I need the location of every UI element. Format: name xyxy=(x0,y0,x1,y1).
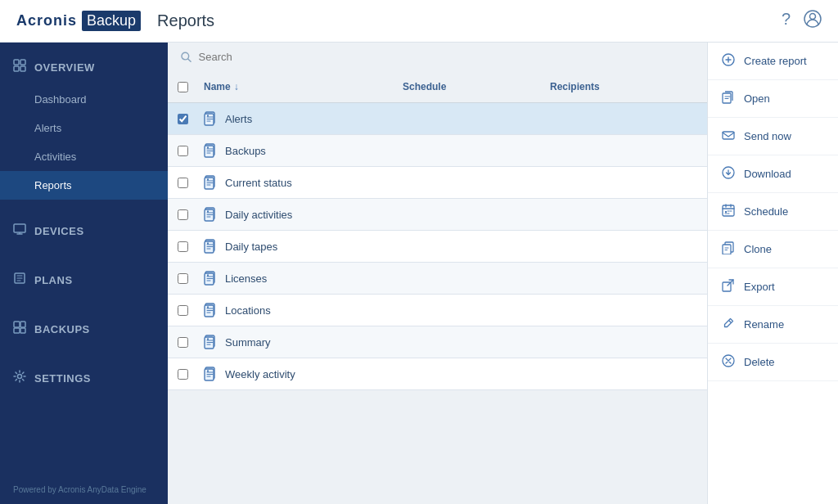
column-recipients: Recipients xyxy=(543,78,707,96)
row-checkbox-cell[interactable] xyxy=(168,329,197,356)
row-name: Weekly activity xyxy=(197,358,396,389)
report-icon xyxy=(204,335,219,349)
header: Acronis Backup Reports ? xyxy=(0,0,838,43)
sidebar-group-overview[interactable]: OVERVIEW xyxy=(0,49,168,85)
svg-rect-10 xyxy=(20,322,25,327)
sort-arrow-icon: ↓ xyxy=(234,81,239,92)
row-recipients xyxy=(543,238,707,254)
user-icon[interactable] xyxy=(804,10,822,32)
table-row[interactable]: Summary xyxy=(168,326,707,358)
row-checkbox-cell[interactable] xyxy=(168,106,197,133)
logo-acronis: Acronis xyxy=(16,12,77,29)
export-icon xyxy=(721,279,736,295)
reports-table: Name ↓ Schedule Recipients xyxy=(168,71,707,504)
row-schedule xyxy=(396,142,543,159)
row-recipients xyxy=(543,174,707,191)
table-row[interactable]: Alerts xyxy=(168,103,707,135)
row-recipients xyxy=(543,302,707,318)
table-row[interactable]: Backups xyxy=(168,135,707,167)
action-schedule[interactable]: Schedule xyxy=(708,193,838,231)
report-icon xyxy=(204,271,219,286)
action-label: Export xyxy=(744,281,775,293)
action-open[interactable]: Open xyxy=(708,80,838,118)
table-row[interactable]: Weekly activity xyxy=(168,358,707,390)
devices-label: DEVICES xyxy=(34,225,84,237)
sidebar-item-reports[interactable]: Reports xyxy=(0,171,168,200)
plans-label: PLANS xyxy=(34,274,73,286)
svg-rect-3 xyxy=(20,60,25,65)
row-checkbox-cell[interactable] xyxy=(168,265,197,292)
action-send-now[interactable]: Send now xyxy=(708,118,838,155)
sidebar-group-devices[interactable]: DEVICES xyxy=(0,213,168,249)
row-checkbox-cell[interactable] xyxy=(168,201,197,228)
sidebar-item-dashboard[interactable]: Dashboard xyxy=(0,85,168,114)
row-schedule xyxy=(396,206,543,223)
row-checkbox-cell[interactable] xyxy=(168,137,197,164)
sidebar-group-plans[interactable]: PLANS xyxy=(0,262,168,298)
row-checkbox[interactable] xyxy=(178,369,188,380)
select-all-checkbox[interactable] xyxy=(178,82,188,92)
action-download[interactable]: Download xyxy=(708,155,838,193)
table-row[interactable]: Locations xyxy=(168,295,707,326)
report-icon xyxy=(204,367,219,381)
select-all-header[interactable] xyxy=(168,78,197,96)
table-row[interactable]: Daily activities xyxy=(168,199,707,231)
row-checkbox[interactable] xyxy=(178,146,188,156)
overview-icon xyxy=(13,59,26,75)
report-icon xyxy=(204,143,219,158)
row-schedule xyxy=(396,110,543,127)
rename-icon xyxy=(721,317,736,332)
row-checkbox[interactable] xyxy=(178,337,188,348)
settings-icon xyxy=(13,370,26,386)
delete-icon xyxy=(721,354,736,370)
action-delete[interactable]: Delete xyxy=(708,344,838,381)
row-recipients xyxy=(543,142,707,159)
row-checkbox-cell[interactable] xyxy=(168,361,197,388)
row-name: Alerts xyxy=(197,103,396,134)
schedule-icon xyxy=(721,204,736,219)
row-schedule xyxy=(396,270,543,286)
row-name: Daily activities xyxy=(197,199,396,230)
table-row[interactable]: Licenses xyxy=(168,263,707,295)
action-export[interactable]: Export xyxy=(708,268,838,306)
open-icon xyxy=(721,91,736,106)
row-checkbox-cell[interactable] xyxy=(168,169,197,196)
svg-rect-9 xyxy=(14,328,20,333)
row-schedule xyxy=(396,174,543,191)
actions-list: Create report Open Send now Download Sch… xyxy=(708,43,838,381)
sidebar-group-settings[interactable]: SETTINGS xyxy=(0,360,168,396)
sidebar-item-activities[interactable]: Activities xyxy=(0,142,168,171)
row-checkbox[interactable] xyxy=(178,114,188,124)
content-area: Name ↓ Schedule Recipients xyxy=(168,43,707,504)
row-checkbox[interactable] xyxy=(178,305,188,316)
row-recipients xyxy=(543,334,707,350)
action-rename[interactable]: Rename xyxy=(708,306,838,344)
row-checkbox[interactable] xyxy=(178,209,188,220)
row-checkbox-cell[interactable] xyxy=(168,233,197,260)
settings-label: SETTINGS xyxy=(34,372,91,385)
action-clone[interactable]: Clone xyxy=(708,231,838,268)
row-checkbox[interactable] xyxy=(178,273,188,284)
table-row[interactable]: Current status xyxy=(168,167,707,199)
backups-icon xyxy=(13,321,26,337)
row-schedule xyxy=(396,334,543,350)
logo-backup: Backup xyxy=(82,11,141,31)
row-name: Daily tapes xyxy=(197,231,396,262)
search-input[interactable] xyxy=(199,51,694,63)
row-checkbox[interactable] xyxy=(178,178,188,188)
sidebar-item-alerts[interactable]: Alerts xyxy=(0,114,168,142)
help-icon[interactable]: ? xyxy=(782,10,791,32)
row-checkbox-cell[interactable] xyxy=(168,297,197,324)
row-recipients xyxy=(543,270,707,286)
row-schedule xyxy=(396,238,543,254)
row-checkbox[interactable] xyxy=(178,241,188,252)
action-create-report[interactable]: Create report xyxy=(708,43,838,80)
table-row[interactable]: Daily tapes xyxy=(168,231,707,263)
report-icon xyxy=(204,111,219,126)
download-icon xyxy=(721,166,736,182)
report-icon xyxy=(204,303,219,317)
header-icons: ? xyxy=(782,10,822,32)
page-title: Reports xyxy=(157,11,782,30)
sidebar-group-backups[interactable]: BACKUPS xyxy=(0,311,168,347)
table-header: Name ↓ Schedule Recipients xyxy=(168,71,707,103)
